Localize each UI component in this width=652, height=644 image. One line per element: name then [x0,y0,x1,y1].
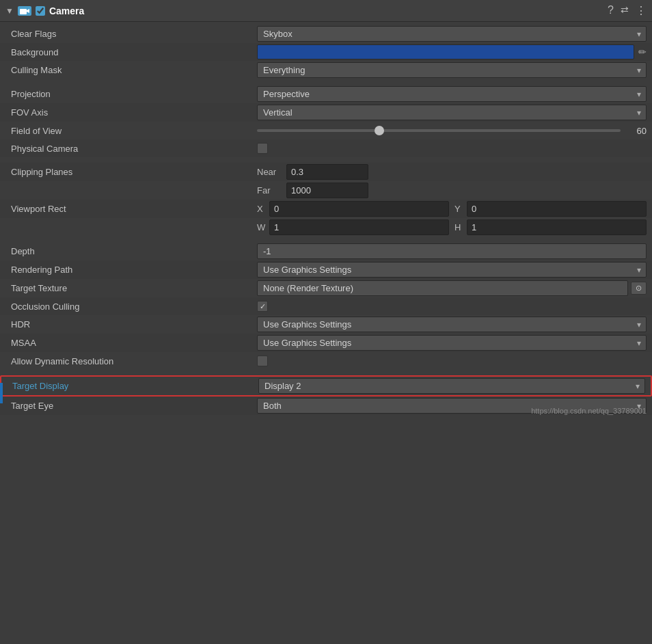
fov-axis-value: Vertical Horizontal [257,105,647,120]
separator-4 [0,370,652,375]
viewport-xy-grid: X Y [257,201,647,217]
viewport-w-input[interactable] [269,219,449,235]
fov-slider[interactable] [257,129,621,132]
rendering-path-row: Rendering Path Use Graphics Settings [0,260,652,279]
target-display-value: Display 2 Display 1 [258,378,645,394]
projection-dropdown-wrapper: Perspective Orthographic [257,86,647,102]
x-label: X [257,204,267,214]
clipping-planes-far-value: Far [257,183,647,198]
projection-label: Projection [11,89,257,99]
clipping-planes-far-row: Far [0,181,652,200]
color-picker-icon[interactable]: ✏ [638,46,647,57]
viewport-y-input[interactable] [467,201,647,217]
separator-2 [0,157,652,163]
far-input[interactable] [286,183,368,198]
hdr-dropdown-wrapper: Use Graphics Settings [257,317,647,332]
hdr-dropdown[interactable]: Use Graphics Settings [257,317,647,332]
clear-flags-dropdown[interactable]: Skybox [257,26,647,42]
background-value: ✏ [257,44,647,59]
target-display-highlight-wrapper: Target Display Display 2 Display 1 [0,375,652,397]
panel-title: Camera [49,5,603,16]
target-display-dropdown-wrapper: Display 2 Display 1 [258,378,645,394]
viewport-rect-xy-row: Viewport Rect X Y [0,200,652,218]
viewport-w-coord: W [257,219,449,235]
collapse-arrow[interactable]: ▼ [5,6,14,16]
culling-mask-row: Culling Mask Everything [0,61,652,79]
viewport-rect-label: Viewport Rect [11,204,257,214]
help-icon[interactable]: ? [608,4,614,17]
clipping-planes-near-value: Near [257,164,647,180]
target-texture-pick-btn[interactable]: ⊙ [631,282,647,295]
target-texture-label: Target Texture [11,283,257,293]
fov-axis-label: FOV Axis [11,107,257,118]
fov-axis-row: FOV Axis Vertical Horizontal [0,103,652,122]
clear-flags-label: Clear Flags [11,29,257,39]
projection-dropdown[interactable]: Perspective Orthographic [257,86,647,102]
background-color-field[interactable] [257,44,634,59]
depth-value [257,243,647,259]
field-of-view-label: Field of View [11,126,257,136]
projection-value: Perspective Orthographic [257,86,647,102]
target-texture-value: ⊙ [257,280,647,296]
header-icons: ? ⇄ ⋮ [608,4,647,17]
depth-row: Depth [0,242,652,260]
allow-dynamic-resolution-label: Allow Dynamic Resolution [11,356,257,366]
component-enabled-checkbox[interactable] [36,6,45,16]
physical-camera-row: Physical Camera [0,139,652,157]
y-label: Y [454,204,464,214]
near-input[interactable] [286,164,368,180]
near-label: Near [257,167,281,177]
target-display-row: Target Display Display 2 Display 1 [0,375,652,397]
blue-sidebar-indicator [0,383,3,403]
hdr-value: Use Graphics Settings [257,317,647,332]
more-icon[interactable]: ⋮ [636,4,647,17]
background-label: Background [11,47,257,57]
hdr-label: HDR [11,319,257,330]
svg-marker-1 [27,9,29,13]
fov-axis-dropdown[interactable]: Vertical Horizontal [257,105,647,120]
rendering-path-value: Use Graphics Settings [257,262,647,278]
hdr-row: HDR Use Graphics Settings [0,315,652,334]
physical-camera-label: Physical Camera [11,144,257,154]
panel-header: ▼ Camera ? ⇄ ⋮ [0,0,652,22]
viewport-xy-value: X Y [257,201,647,217]
culling-mask-dropdown[interactable]: Everything [257,62,647,78]
occlusion-culling-checkbox[interactable] [257,301,268,312]
clear-flags-dropdown-wrapper: Skybox [257,26,647,42]
depth-input[interactable] [257,243,647,259]
target-eye-label: Target Eye [11,401,257,411]
allow-dynamic-resolution-value [257,355,647,366]
viewport-x-input[interactable] [269,201,449,217]
viewport-wh-value: W H [257,219,647,235]
field-of-view-value: 60 [257,126,647,136]
background-row: Background ✏ [0,43,652,61]
msaa-dropdown-wrapper: Use Graphics Settings [257,335,647,351]
occlusion-culling-value [257,301,647,312]
rendering-path-dropdown-wrapper: Use Graphics Settings [257,262,647,278]
settings-icon[interactable]: ⇄ [621,4,629,17]
w-label: W [257,222,267,232]
clipping-planes-near-row: Clipping Planes Near [0,163,652,181]
watermark: https://blog.csdn.net/qq_33789001 [531,407,647,415]
target-display-dropdown[interactable]: Display 2 Display 1 [258,378,645,394]
viewport-x-coord: X [257,201,449,217]
allow-dynamic-resolution-checkbox[interactable] [257,355,268,366]
svg-rect-0 [20,9,27,14]
msaa-value: Use Graphics Settings [257,335,647,351]
viewport-h-input[interactable] [467,219,647,235]
rendering-path-dropdown[interactable]: Use Graphics Settings [257,262,647,278]
msaa-dropdown[interactable]: Use Graphics Settings [257,335,647,351]
separator-1 [0,79,652,85]
fov-axis-dropdown-wrapper: Vertical Horizontal [257,105,647,120]
field-of-view-row: Field of View 60 [0,122,652,139]
rendering-path-label: Rendering Path [11,265,257,275]
viewport-wh-grid: W H [257,219,647,235]
msaa-label: MSAA [11,338,257,348]
clear-flags-value: Skybox [257,26,647,42]
physical-camera-checkbox[interactable] [257,143,268,154]
target-texture-row: Target Texture ⊙ [0,279,652,297]
target-texture-input[interactable] [257,280,628,296]
msaa-row: MSAA Use Graphics Settings [0,334,652,352]
occlusion-culling-label: Occlusion Culling [11,301,257,312]
viewport-rect-wh-row: W H [0,218,652,237]
